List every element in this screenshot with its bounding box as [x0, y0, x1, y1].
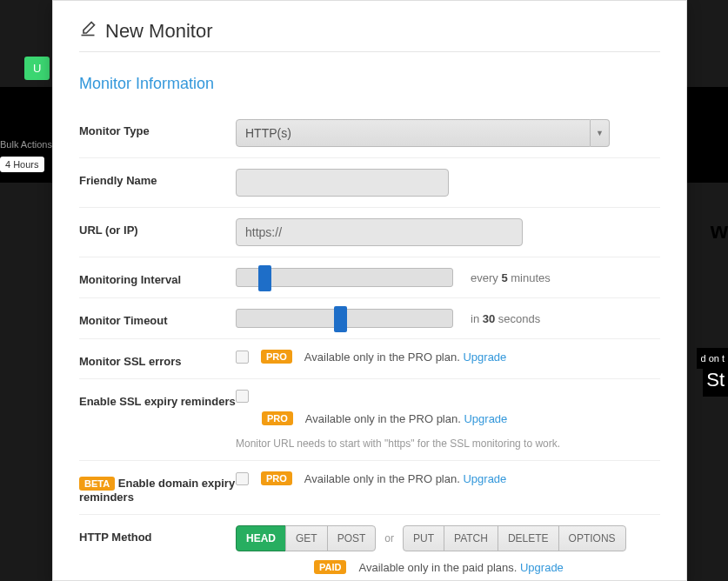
timeout-slider-handle[interactable] — [334, 306, 347, 332]
label-url: URL (or IP) — [79, 218, 236, 237]
row-url: URL (or IP) — [79, 208, 660, 257]
row-ssl-errors: Monitor SSL errors PRO Available only in… — [79, 339, 660, 379]
label-monitor-type: Monitor Type — [79, 119, 236, 137]
http-method-put[interactable]: PUT — [403, 525, 444, 551]
edit-icon — [79, 20, 97, 43]
label-friendly-name: Friendly Name — [79, 169, 236, 187]
paid-badge: PAID — [314, 560, 346, 574]
label-timeout: Monitor Timeout — [79, 309, 236, 327]
row-friendly-name: Friendly Name — [79, 158, 660, 208]
interval-slider-handle[interactable] — [258, 265, 271, 291]
modal-title-text: New Monitor — [105, 20, 212, 43]
bg-right-text: w — [711, 217, 728, 244]
http-method-get[interactable]: GET — [285, 525, 328, 551]
label-interval: Monitoring Interval — [79, 268, 236, 286]
monitor-type-select-value[interactable]: HTTP(s) — [236, 119, 591, 147]
http-method-options[interactable]: OPTIONS — [558, 525, 626, 551]
ssl-expiry-checkbox[interactable] — [236, 390, 249, 403]
section-title: Monitor Information — [79, 75, 660, 93]
row-monitor-type: Monitor Type HTTP(s) ▼ — [79, 109, 660, 158]
http-method-head[interactable]: HEAD — [236, 525, 286, 551]
http-method-post[interactable]: POST — [327, 525, 377, 551]
paid-notice-text: Available only in the paid plans. Upgrad… — [358, 561, 563, 574]
chevron-down-icon[interactable]: ▼ — [591, 119, 610, 147]
upgrade-link[interactable]: Upgrade — [463, 472, 506, 485]
http-method-patch[interactable]: PATCH — [444, 525, 498, 551]
http-method-group-1: HEADGETPOST — [236, 525, 376, 551]
bg-right-text: g e — [695, 130, 728, 157]
http-method-group-2: PUTPATCHDELETEOPTIONS — [403, 525, 626, 551]
domain-expiry-checkbox[interactable] — [236, 472, 249, 485]
bg-upgrade-button: U — [24, 57, 50, 80]
pro-badge: PRO — [261, 471, 292, 485]
row-interval: Monitoring Interval every 5 minutes — [79, 257, 660, 298]
timeout-value-label: in 30 seconds — [471, 312, 540, 325]
label-http-method: HTTP Method — [79, 525, 236, 544]
ssl-hint-text: Monitor URL needs to start with "https" … — [236, 437, 660, 450]
timeout-slider[interactable] — [236, 309, 453, 328]
friendly-name-input[interactable] — [236, 169, 449, 197]
pro-notice-text: Available only in the PRO plan. Upgrade — [304, 472, 506, 485]
bg-store-text: St — [703, 364, 728, 397]
modal-title: New Monitor — [79, 20, 660, 52]
bg-hours-pill: 4 Hours — [0, 157, 44, 172]
label-domain-expiry: BETA Enable domain expiry reminders — [79, 471, 236, 504]
bg-bulk-actions: Bulk Actions — [0, 139, 52, 150]
or-text: or — [384, 532, 394, 544]
ssl-errors-checkbox[interactable] — [236, 351, 249, 364]
row-http-method: HTTP Method HEADGETPOST or PUTPATCHDELET… — [79, 515, 660, 581]
upgrade-link[interactable]: Upgrade — [520, 561, 564, 574]
pro-notice-text: Available only in the PRO plan. Upgrade — [305, 412, 507, 425]
pro-notice-text: Available only in the PRO plan. Upgrade — [304, 351, 506, 364]
row-ssl-expiry: Enable SSL expiry reminders PRO Availabl… — [79, 379, 660, 461]
label-ssl-errors: Monitor SSL errors — [79, 350, 236, 368]
interval-slider[interactable] — [236, 268, 453, 287]
interval-value-label: every 5 minutes — [471, 271, 551, 284]
row-timeout: Monitor Timeout in 30 seconds — [79, 298, 660, 339]
url-input[interactable] — [236, 218, 523, 246]
pro-badge: PRO — [261, 350, 292, 364]
new-monitor-modal: New Monitor Monitor Information Monitor … — [52, 0, 687, 581]
beta-badge: BETA — [79, 477, 115, 491]
row-domain-expiry: BETA Enable domain expiry reminders PRO … — [79, 461, 660, 515]
pro-badge: PRO — [262, 411, 293, 425]
label-ssl-expiry: Enable SSL expiry reminders — [79, 390, 236, 408]
http-method-delete[interactable]: DELETE — [498, 525, 559, 551]
upgrade-link[interactable]: Upgrade — [463, 351, 506, 364]
upgrade-link[interactable]: Upgrade — [464, 412, 507, 425]
monitor-type-select[interactable]: HTTP(s) ▼ — [236, 119, 610, 147]
